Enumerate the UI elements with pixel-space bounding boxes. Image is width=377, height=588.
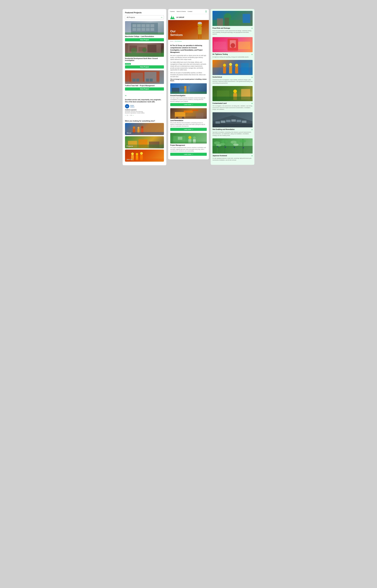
svg-rect-114 xyxy=(215,121,220,124)
site-item-header: Site Enabling and Remediation » xyxy=(212,128,253,131)
geotechnical-image xyxy=(212,60,253,75)
company-logo: UU xyxy=(125,104,129,108)
air-arrow-icon[interactable]: » xyxy=(251,53,253,56)
project-image-2 xyxy=(125,43,164,57)
contaminated-land-image xyxy=(212,86,253,101)
ground-investigation-image xyxy=(170,83,207,94)
next-arrow-icon[interactable]: » xyxy=(133,115,134,116)
svg-rect-10 xyxy=(151,28,154,31)
air-tightness-image xyxy=(212,37,253,52)
land-remediation-desc: We provide effective land-remediation co… xyxy=(170,122,207,127)
testimonial-author: Andrew Leyssens xyxy=(125,109,164,111)
knotweed-desc: On-site spraying treatment, burial cells… xyxy=(212,158,253,161)
nav-news[interactable]: News & Events xyxy=(177,11,186,12)
svg-rect-101 xyxy=(229,66,232,74)
svg-rect-104 xyxy=(241,63,249,74)
svg-rect-82 xyxy=(178,137,182,140)
svg-rect-95 xyxy=(214,42,226,49)
project-card-2: Residential Development North West- Grou… xyxy=(125,43,164,69)
svg-point-80 xyxy=(193,136,196,139)
svg-rect-62 xyxy=(180,86,185,89)
svg-rect-117 xyxy=(231,119,236,122)
svg-point-28 xyxy=(133,126,135,129)
site-arrow-icon[interactable]: » xyxy=(251,128,253,131)
svg-rect-3 xyxy=(141,24,145,27)
all-projects-button[interactable]: All Projects » xyxy=(125,15,164,19)
svg-rect-122 xyxy=(212,146,253,153)
air-title: Air Tightness Testing xyxy=(212,53,228,55)
ground-investigation-desc: Our team of geo-environmental consultant… xyxy=(170,97,207,102)
svg-rect-16 xyxy=(125,53,164,57)
view-project-btn-3[interactable]: View Project xyxy=(125,87,164,91)
project-name-1: Manchester College – Land Remediation xyxy=(125,36,164,37)
projects-card[interactable]: Projects xyxy=(125,136,164,148)
hero-title-line1: Our xyxy=(170,29,183,33)
site-enabling-image xyxy=(212,112,253,127)
menu-icon[interactable]: ☰ xyxy=(205,10,207,13)
project-management-image xyxy=(170,133,207,144)
center-content: At The LK Group, we specialise in delive… xyxy=(168,43,209,159)
ground-learn-more-btn[interactable]: Learn more » xyxy=(170,103,207,106)
svg-rect-116 xyxy=(226,120,231,122)
knotweed-image xyxy=(212,138,253,153)
knotweed-arrow-icon[interactable]: » xyxy=(251,154,253,157)
svg-point-107 xyxy=(233,89,237,93)
project-management-desc: Our project management team ensures seam… xyxy=(170,147,207,152)
svg-rect-7 xyxy=(137,28,141,31)
service-card-project: Project Management Our project managemen… xyxy=(170,133,207,156)
svg-rect-70 xyxy=(184,110,193,113)
project-name-2: Residential Development North West- Grou… xyxy=(125,58,164,61)
join-us-card[interactable]: Join Us xyxy=(125,149,164,162)
intro-bold-text: At The LK Group, we specialise in delive… xyxy=(170,44,207,53)
flood-arrow-icon[interactable]: » xyxy=(251,27,253,29)
svg-point-50 xyxy=(171,16,172,16)
about-card[interactable]: About xyxy=(125,123,164,135)
project-card-1: Manchester College – Land Remediation Vi… xyxy=(125,21,164,41)
land-remediation-title: Land Remediation xyxy=(170,120,207,121)
breadcrumb-home[interactable]: Home xyxy=(170,41,173,42)
logo-text: LK GROUP xyxy=(176,17,184,18)
service-card-land: Land Remediation We provide effective la… xyxy=(170,108,207,131)
top-navigation: Careers News & Events Contact ☰ xyxy=(168,9,209,14)
view-project-btn-1[interactable]: View Project xyxy=(125,38,164,41)
service-item-geo: Geotechnical » Geotechnical site investi… xyxy=(212,60,253,84)
svg-rect-67 xyxy=(170,92,207,94)
svg-point-133 xyxy=(239,140,246,143)
svg-rect-88 xyxy=(217,18,223,26)
service-item-knotweed: Japanese Knotweed » On-site spraying tre… xyxy=(212,138,253,161)
svg-point-32 xyxy=(141,126,143,128)
view-project-btn-2[interactable]: View Project xyxy=(125,65,164,69)
project-management-title: Project Management xyxy=(170,145,207,146)
housing-badge: Housing xyxy=(125,63,131,65)
land-remediation-image xyxy=(170,108,207,119)
cont-title: Contaminated Land xyxy=(212,102,226,104)
intro-para-1: We work in partnership with our clients … xyxy=(170,55,207,60)
site-logo[interactable]: LK GROUP xyxy=(168,14,209,20)
project-card-3: Trafford Town Hall – Project Management … xyxy=(125,70,164,91)
left-panel: Featured Projects All Projects » Man xyxy=(123,9,166,165)
project-learn-more-btn[interactable]: Learn more » xyxy=(170,153,207,156)
flood-desc: Flood risk assessment, SuDS assessment a… xyxy=(212,30,253,35)
svg-point-135 xyxy=(225,147,226,148)
prev-arrow-icon[interactable]: « xyxy=(125,115,126,116)
svg-point-17 xyxy=(131,48,137,54)
svg-point-30 xyxy=(137,127,140,129)
svg-rect-110 xyxy=(212,97,253,101)
svg-point-102 xyxy=(235,64,238,67)
land-learn-more-btn[interactable]: Learn more » xyxy=(170,128,207,131)
site-title: Site Enabling and Remediation xyxy=(212,129,235,130)
nav-contact[interactable]: Contact xyxy=(188,11,192,12)
cont-arrow-icon[interactable]: » xyxy=(251,102,253,104)
air-item-header: Air Tightness Testing » xyxy=(212,53,253,56)
nav-careers[interactable]: Careers xyxy=(170,11,175,12)
geo-arrow-icon[interactable]: » xyxy=(251,76,253,78)
knotweed-title: Japanese Knotweed xyxy=(212,155,227,157)
svg-rect-86 xyxy=(243,14,250,23)
svg-rect-4 xyxy=(146,24,150,27)
svg-point-100 xyxy=(229,63,232,66)
svg-point-136 xyxy=(234,147,235,148)
svg-rect-22 xyxy=(132,79,136,82)
knotweed-item-header: Japanese Knotweed » xyxy=(212,154,253,157)
intro-tagline: The LK Group is your trusted partner in … xyxy=(170,78,207,82)
svg-rect-15 xyxy=(147,45,156,52)
